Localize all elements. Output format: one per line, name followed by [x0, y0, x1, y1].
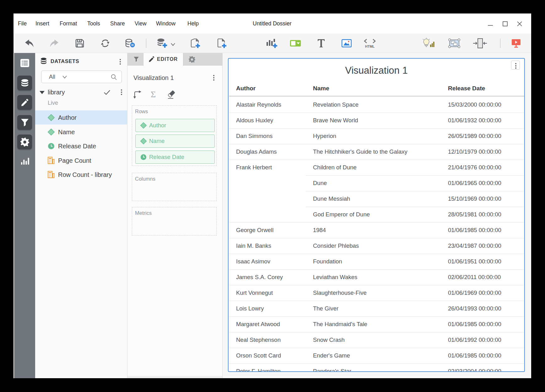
svg-text:HTML: HTML: [365, 45, 375, 48]
